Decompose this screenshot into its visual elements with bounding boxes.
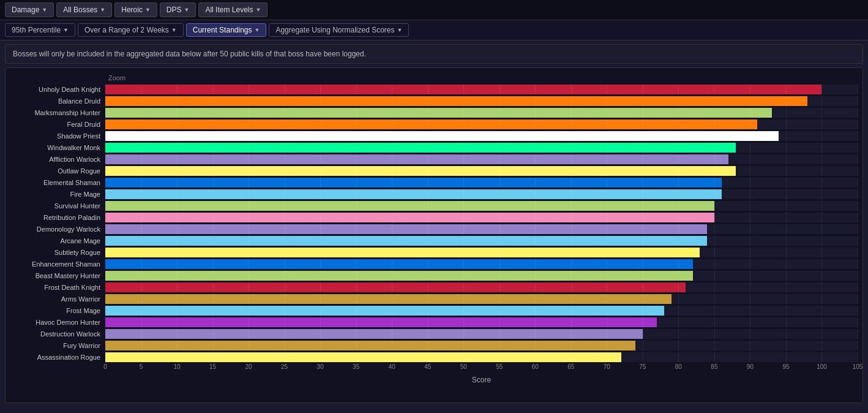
x-tick: 25 bbox=[281, 363, 288, 370]
x-tick: 45 bbox=[424, 363, 431, 370]
x-tick: 40 bbox=[389, 363, 395, 370]
chart-root: Unholy Death KnightBalance DruidMarksman… bbox=[10, 84, 858, 384]
bar-track bbox=[105, 108, 858, 118]
bar-fill bbox=[105, 271, 693, 281]
bar-row: Arcane Mage bbox=[10, 235, 858, 246]
chevron-down-icon: ▼ bbox=[100, 7, 105, 13]
bar-row: Demonology Warlock bbox=[10, 224, 858, 235]
bar-row: Balance Druid bbox=[10, 96, 858, 107]
bar-fill bbox=[105, 131, 779, 141]
bar-fill bbox=[105, 282, 686, 292]
bar-row: Frost Death Knight bbox=[10, 282, 858, 293]
bar-label: Unholy Death Knight bbox=[10, 86, 105, 93]
bar-label: Fire Mage bbox=[10, 191, 105, 198]
bar-label: Survival Hunter bbox=[10, 202, 105, 210]
x-tick: 5 bbox=[140, 363, 143, 370]
bar-row: Frost Mage bbox=[10, 305, 858, 316]
zoom-label: Zoom bbox=[108, 74, 858, 81]
sub-nav: 95th Percentile ▼ Over a Range of 2 Week… bbox=[0, 20, 868, 40]
bar-label: Subtlety Rogue bbox=[10, 249, 105, 256]
bar-label: Affliction Warlock bbox=[10, 156, 105, 163]
x-tick: 65 bbox=[567, 363, 574, 370]
chevron-down-icon: ▼ bbox=[255, 7, 261, 13]
bar-track bbox=[105, 154, 858, 164]
bar-fill bbox=[105, 166, 736, 176]
bar-row: Havoc Demon Hunter bbox=[10, 317, 858, 328]
bar-fill bbox=[105, 306, 664, 316]
bar-track bbox=[105, 131, 858, 141]
bar-row: Unholy Death Knight bbox=[10, 84, 858, 95]
nav-all-bosses[interactable]: All Bosses ▼ bbox=[56, 2, 112, 17]
bar-label: Windwalker Monk bbox=[10, 144, 105, 151]
bar-row: Elemental Shaman bbox=[10, 177, 858, 188]
bar-row: Outlaw Rogue bbox=[10, 165, 858, 176]
bar-fill bbox=[105, 213, 714, 222]
chevron-down-icon: ▼ bbox=[397, 27, 403, 33]
bar-fill bbox=[105, 294, 672, 304]
bar-track bbox=[105, 166, 858, 176]
sub-standings[interactable]: Current Standings ▼ bbox=[186, 23, 267, 37]
bar-label: Havoc Demon Hunter bbox=[10, 319, 105, 326]
bar-row: Beast Mastery Hunter bbox=[10, 270, 858, 281]
x-tick: 90 bbox=[747, 363, 754, 370]
bar-row: Marksmanship Hunter bbox=[10, 107, 858, 118]
bar-fill bbox=[105, 341, 635, 350]
sub-range[interactable]: Over a Range of 2 Weeks ▼ bbox=[78, 23, 184, 37]
bar-label: Frost Death Knight bbox=[10, 284, 105, 291]
bar-row: Fury Warrior bbox=[10, 340, 858, 351]
bar-track bbox=[105, 306, 858, 316]
bar-track bbox=[105, 143, 858, 153]
x-tick: 60 bbox=[532, 363, 539, 370]
bar-label: Feral Druid bbox=[10, 121, 105, 128]
x-tick: 85 bbox=[711, 363, 717, 370]
bar-track bbox=[105, 294, 858, 304]
bar-row: Arms Warrior bbox=[10, 294, 858, 305]
sub-aggregate[interactable]: Aggregate Using Normalized Scores ▼ bbox=[269, 23, 409, 37]
nav-dps[interactable]: DPS ▼ bbox=[160, 2, 196, 17]
bars-area: Unholy Death KnightBalance DruidMarksman… bbox=[10, 84, 858, 363]
bar-row: Affliction Warlock bbox=[10, 154, 858, 165]
x-tick: 20 bbox=[245, 363, 252, 370]
bar-track bbox=[105, 201, 858, 211]
bar-fill bbox=[105, 119, 757, 129]
bar-label: Outlaw Rogue bbox=[10, 167, 105, 175]
x-tick: 95 bbox=[782, 363, 789, 370]
bar-fill bbox=[105, 224, 707, 234]
x-axis-label: Score bbox=[105, 376, 858, 384]
bar-row: Fire Mage bbox=[10, 189, 858, 200]
bar-track bbox=[105, 341, 858, 350]
sub-percentile[interactable]: 95th Percentile ▼ bbox=[5, 23, 75, 37]
bar-label: Fury Warrior bbox=[10, 342, 105, 349]
bar-track bbox=[105, 213, 858, 222]
bar-track bbox=[105, 178, 858, 188]
bar-label: Enhancement Shaman bbox=[10, 260, 105, 268]
bar-label: Demonology Warlock bbox=[10, 225, 105, 233]
bar-label: Marksmanship Hunter bbox=[10, 109, 105, 116]
bar-label: Arcane Mage bbox=[10, 237, 105, 244]
top-nav: Damage ▼ All Bosses ▼ Heroic ▼ DPS ▼ All… bbox=[0, 0, 868, 20]
bar-label: Elemental Shaman bbox=[10, 179, 105, 186]
x-tick: 30 bbox=[317, 363, 324, 370]
bar-fill bbox=[105, 236, 707, 246]
chevron-down-icon: ▼ bbox=[255, 27, 260, 33]
bar-fill bbox=[105, 178, 722, 188]
x-tick: 80 bbox=[675, 363, 682, 370]
chevron-down-icon: ▼ bbox=[145, 7, 151, 13]
bar-fill bbox=[105, 108, 772, 118]
bar-row: Retribution Paladin bbox=[10, 212, 858, 223]
chart-container: Zoom Unholy Death KnightBalance DruidMar… bbox=[5, 67, 863, 403]
bar-label: Assassination Rogue bbox=[10, 354, 105, 361]
bar-track bbox=[105, 85, 858, 94]
nav-heroic[interactable]: Heroic ▼ bbox=[114, 2, 157, 17]
bar-fill bbox=[105, 329, 643, 339]
nav-damage[interactable]: Damage ▼ bbox=[5, 2, 54, 17]
nav-all-item-levels[interactable]: All Item Levels ▼ bbox=[198, 2, 268, 17]
bar-row: Windwalker Monk bbox=[10, 142, 858, 153]
x-tick: 50 bbox=[460, 363, 467, 370]
bar-fill bbox=[105, 259, 693, 269]
bar-label: Destruction Warlock bbox=[10, 330, 105, 338]
bar-row: Feral Druid bbox=[10, 119, 858, 130]
bar-track bbox=[105, 317, 858, 327]
x-tick: 15 bbox=[209, 363, 216, 370]
x-tick: 0 bbox=[103, 363, 107, 370]
